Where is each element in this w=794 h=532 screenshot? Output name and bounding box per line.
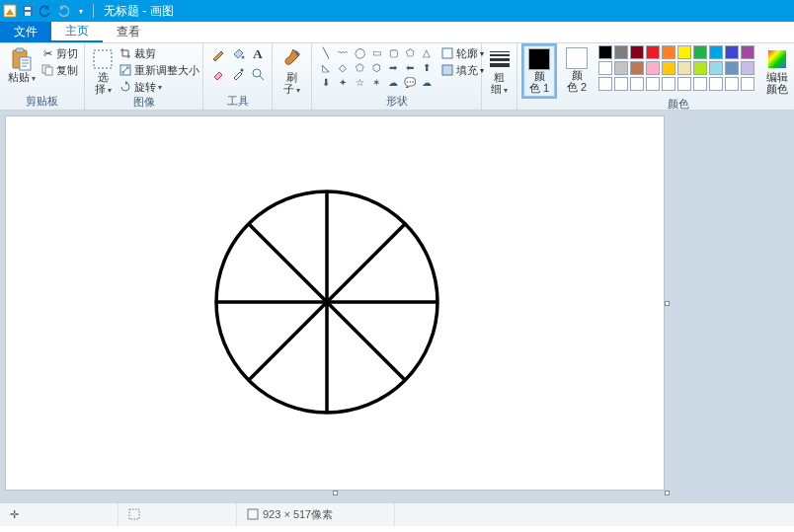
color-swatch[interactable]: [630, 61, 644, 75]
color-swatch[interactable]: [614, 61, 628, 75]
window-title: 无标题 - 画图: [104, 3, 174, 20]
tab-home[interactable]: 主页: [51, 22, 103, 42]
shape-darrow[interactable]: ⬇: [318, 75, 334, 89]
color-swatch[interactable]: [709, 45, 723, 59]
crop-button[interactable]: 裁剪: [119, 45, 199, 61]
color-swatch[interactable]: [693, 61, 707, 75]
tool-fill[interactable]: [229, 45, 247, 63]
color2-label: 颜 色 2: [567, 70, 587, 93]
shape-rect[interactable]: ▭: [368, 45, 384, 59]
shape-roundrect[interactable]: ▢: [385, 45, 401, 59]
resize-handle-right[interactable]: [665, 301, 670, 306]
color-swatch[interactable]: [598, 61, 612, 75]
tab-view[interactable]: 查看: [103, 22, 154, 42]
redo-icon[interactable]: [55, 3, 71, 19]
color-swatch[interactable]: [725, 45, 739, 59]
svg-rect-5: [16, 48, 24, 52]
shape-diamond[interactable]: ◇: [335, 60, 351, 74]
tab-file[interactable]: 文件: [0, 22, 51, 42]
color-swatch[interactable]: [725, 77, 739, 91]
resize-button[interactable]: 重新调整大小: [119, 62, 199, 78]
size-button[interactable]: 粗 细: [488, 45, 512, 95]
svg-point-13: [253, 69, 261, 77]
shape-line[interactable]: ╲: [318, 45, 334, 59]
color-swatch[interactable]: [709, 77, 723, 91]
shape-5star[interactable]: ☆: [352, 75, 367, 89]
color-swatch[interactable]: [709, 61, 723, 75]
shape-pentagon[interactable]: ⬠: [352, 60, 367, 74]
edit-colors-button[interactable]: 编辑 颜色: [760, 45, 794, 95]
shape-ovalcallout[interactable]: 💬: [402, 75, 418, 89]
color-swatch[interactable]: [614, 45, 628, 59]
canvas[interactable]: [6, 116, 664, 490]
resize-label: 重新调整大小: [134, 63, 199, 78]
color-swatch[interactable]: [630, 77, 644, 91]
shape-cloudcallout[interactable]: ☁: [419, 75, 435, 89]
cut-button[interactable]: ✂ 剪切: [40, 45, 78, 61]
qat-dropdown-icon[interactable]: ▾: [73, 3, 89, 19]
color-swatch[interactable]: [598, 77, 612, 91]
shape-roundcallout[interactable]: ☁: [385, 75, 401, 89]
group-tools: A 工具: [203, 43, 273, 110]
outline-button[interactable]: 轮廓▾: [440, 45, 484, 61]
color1-button[interactable]: 颜 色 1: [523, 45, 555, 97]
tool-picker[interactable]: [229, 65, 247, 83]
shape-righttri[interactable]: ◺: [318, 60, 334, 74]
color-swatch[interactable]: [662, 61, 675, 75]
color-swatch[interactable]: [693, 45, 707, 59]
shape-larrow[interactable]: ⬅: [402, 60, 418, 74]
svg-rect-15: [442, 65, 452, 75]
group-image: 选 择 裁剪 重新调整大小: [85, 43, 203, 110]
undo-icon[interactable]: [38, 3, 53, 19]
color-swatch[interactable]: [677, 61, 691, 75]
shape-rarrow[interactable]: ➡: [385, 60, 401, 74]
shape-triangle[interactable]: △: [419, 45, 435, 59]
shapes-gallery[interactable]: ╲ 〰 ◯ ▭ ▢ ⬠ △ ◺ ◇ ⬠ ⬡ ➡ ⬅ ⬆ ⬇ ✦ ☆ ✶ ☁ 💬: [318, 45, 435, 89]
color-swatch[interactable]: [741, 61, 754, 75]
tool-text[interactable]: A: [249, 45, 267, 63]
shape-uarrow[interactable]: ⬆: [419, 60, 435, 74]
fill-button[interactable]: 填充▾: [440, 62, 484, 78]
color-swatch[interactable]: [725, 61, 739, 75]
color-swatch[interactable]: [646, 61, 660, 75]
shape-polygon[interactable]: ⬠: [402, 45, 418, 59]
color-swatch[interactable]: [662, 77, 675, 91]
resize-handle-corner[interactable]: [665, 491, 670, 495]
svg-rect-2: [25, 7, 31, 10]
rotate-button[interactable]: 旋转 ▾: [119, 79, 199, 95]
color-swatch[interactable]: [614, 77, 628, 91]
color-swatch[interactable]: [741, 77, 754, 91]
save-icon[interactable]: [20, 3, 36, 19]
color-swatch[interactable]: [677, 45, 691, 59]
color-swatch[interactable]: [646, 45, 660, 59]
color-swatch[interactable]: [646, 77, 660, 91]
color2-button[interactable]: 颜 色 2: [561, 45, 593, 93]
group-colors: 颜 色 1 颜 色 2 编辑 颜色 打开画 图 3D 颜色: [517, 43, 794, 110]
copy-label: 复制: [56, 63, 78, 78]
shape-4star[interactable]: ✦: [335, 75, 351, 89]
copy-button[interactable]: 复制: [40, 62, 78, 78]
tool-eraser[interactable]: [209, 65, 227, 83]
color-swatch[interactable]: [630, 45, 644, 59]
resize-icon: [119, 63, 132, 77]
brushes-button[interactable]: 刷 子: [278, 45, 305, 95]
select-button[interactable]: 选 择: [91, 45, 115, 95]
shape-hexagon[interactable]: ⬡: [368, 60, 384, 74]
shape-curve[interactable]: 〰: [335, 45, 351, 59]
tool-magnifier[interactable]: [249, 65, 267, 83]
tool-pencil[interactable]: [209, 45, 227, 63]
group-clipboard-label: 剪贴板: [6, 94, 78, 110]
edit-colors-label: 编辑 颜色: [766, 72, 788, 95]
svg-rect-14: [442, 48, 452, 58]
color-swatch[interactable]: [693, 77, 707, 91]
shape-6star[interactable]: ✶: [368, 75, 384, 89]
color-swatch[interactable]: [741, 45, 754, 59]
workspace[interactable]: [0, 111, 794, 502]
paste-button[interactable]: 粘贴: [6, 45, 37, 84]
outline-icon: [440, 46, 454, 60]
shape-oval[interactable]: ◯: [352, 45, 367, 59]
color-swatch[interactable]: [598, 45, 612, 59]
resize-handle-bottom[interactable]: [333, 491, 338, 495]
color-swatch[interactable]: [662, 45, 675, 59]
color-swatch[interactable]: [677, 77, 691, 91]
